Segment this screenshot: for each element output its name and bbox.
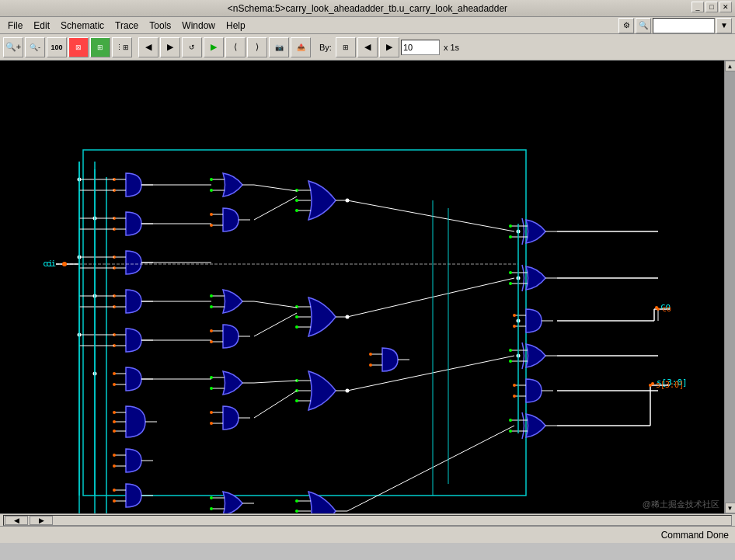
svg-point-133 [513,314,516,317]
svg-point-123 [509,224,512,228]
by-prev-button[interactable]: ◀ [357,37,378,57]
schematic-canvas[interactable]: ci a[3:0] b[3:0] co s[3:0] [0,61,735,513]
title-bar: <nSchema:5>carry_look_aheadadder_tb.u_ca… [0,0,735,17]
menu-tools[interactable]: Tools [145,19,176,33]
svg-point-124 [509,235,512,238]
command-done-label: Command Done [661,530,729,541]
svg-point-118 [369,353,372,356]
forward-button[interactable]: ▶ [160,37,180,57]
svg-point-76 [210,387,213,390]
svg-point-98 [295,305,298,308]
svg-point-80 [210,411,213,414]
by-mode-button[interactable]: ⊞ [336,37,356,57]
svg-point-128 [509,271,512,274]
svg-text:s[3:0]: s[3:0] [656,381,684,389]
svg-point-85 [210,496,213,499]
menu-window[interactable]: Window [177,19,220,33]
svg-point-56 [210,189,213,192]
svg-text:co: co [662,304,671,313]
export-button[interactable]: 📤 [291,37,311,57]
svg-point-99 [295,315,298,318]
schematic-button[interactable]: ⊞ [90,37,110,57]
toolbar-right-icon2[interactable]: 🔍 [636,18,651,33]
scroll-track[interactable] [725,71,736,503]
svg-point-39 [113,411,116,414]
svg-point-40 [113,420,116,423]
play-button[interactable]: ▶ [204,37,224,57]
by-next-button[interactable]: ▶ [379,37,399,57]
menu-schematic[interactable]: Schematic [56,19,109,33]
svg-point-33 [113,372,116,375]
svg-point-55 [210,178,213,181]
circuit-diagram: ci a[3:0] b[3:0] co s[3:0] [0,61,735,513]
scroll-down-button[interactable]: ▼ [725,503,736,513]
svg-point-45 [113,454,116,457]
svg-point-50 [113,489,116,492]
svg-point-66 [210,305,213,308]
menu-edit[interactable]: Edit [29,19,54,33]
svg-point-65 [210,294,213,297]
window-title: <nSchema:5>carry_look_aheadadder_tb.u_ca… [228,3,507,14]
status-bar: ◀ ▶ [0,513,735,526]
svg-point-143 [513,384,516,387]
svg-point-70 [210,329,213,332]
svg-point-60 [210,213,213,216]
menu-file[interactable]: File [3,19,27,33]
back-button[interactable]: ◀ [138,37,158,57]
zoom-out-button[interactable]: 🔍- [25,37,45,57]
svg-point-119 [369,363,372,367]
bottom-status-bar: Command Done [0,526,735,543]
svg-point-71 [210,340,213,343]
svg-point-138 [509,349,512,352]
toolbar: 🔍+ 🔍- 100 ⊠ ⊞ ⋮⊞ ◀ ▶ ↺ ▶ ⟨ ⟩ 📷 📤 By: ⊞ ◀… [0,34,735,61]
menu-help[interactable]: Help [221,19,250,33]
svg-point-92 [295,199,298,202]
by-label: By: [317,43,334,52]
svg-point-86 [210,507,213,510]
fit-button[interactable]: ⊠ [68,37,89,57]
toolbar-right-icon1[interactable]: ⚙ [618,18,634,33]
scroll-up-button[interactable]: ▲ [725,61,736,71]
svg-point-75 [210,376,213,379]
svg-point-134 [513,325,516,328]
svg-point-213 [62,262,67,266]
svg-point-51 [113,499,116,503]
svg-point-81 [210,422,213,425]
step-forward-button[interactable]: ⟩ [247,37,267,57]
hier-button[interactable]: ⋮⊞ [112,37,132,57]
restore-button[interactable]: □ [705,2,718,12]
step-back-button[interactable]: ⟨ [225,37,246,57]
main-content: ci a[3:0] b[3:0] co s[3:0] [0,61,735,513]
svg-point-113 [295,510,298,513]
zoom-in-button[interactable]: 🔍+ [3,37,23,57]
time-unit-label: x 1s [441,43,462,52]
search-input[interactable] [653,18,715,33]
svg-point-112 [295,499,298,503]
svg-point-41 [113,430,116,433]
toolbar-right-icon3[interactable]: ▼ [716,18,732,33]
svg-point-209 [657,308,660,311]
svg-point-139 [509,360,512,363]
scroll-right-button[interactable]: ▶ [30,516,53,525]
svg-point-34 [113,383,116,386]
svg-point-93 [295,209,298,212]
svg-point-149 [509,430,512,433]
zoom-fit-button[interactable]: 100 [47,37,67,57]
capture-button[interactable]: 📷 [269,37,289,57]
svg-point-46 [113,464,116,468]
scrollbar-right[interactable]: ▲ ▼ [724,61,735,513]
svg-point-91 [295,189,298,192]
scroll-left-button[interactable]: ◀ [5,516,28,525]
svg-point-129 [509,282,512,285]
watermark: @稀土掘金技术社区 [643,499,719,510]
time-input[interactable] [401,40,440,55]
close-button[interactable]: ✕ [719,2,732,12]
window-controls[interactable]: _ □ ✕ [691,2,732,12]
svg-point-107 [295,399,298,402]
minimize-button[interactable]: _ [691,2,704,12]
menu-bar: File Edit Schematic Trace Tools Window H… [0,17,735,34]
svg-point-144 [513,395,516,398]
svg-text:ci: ci [43,259,53,269]
home-button[interactable]: ↺ [182,37,202,57]
menu-trace[interactable]: Trace [110,19,143,33]
